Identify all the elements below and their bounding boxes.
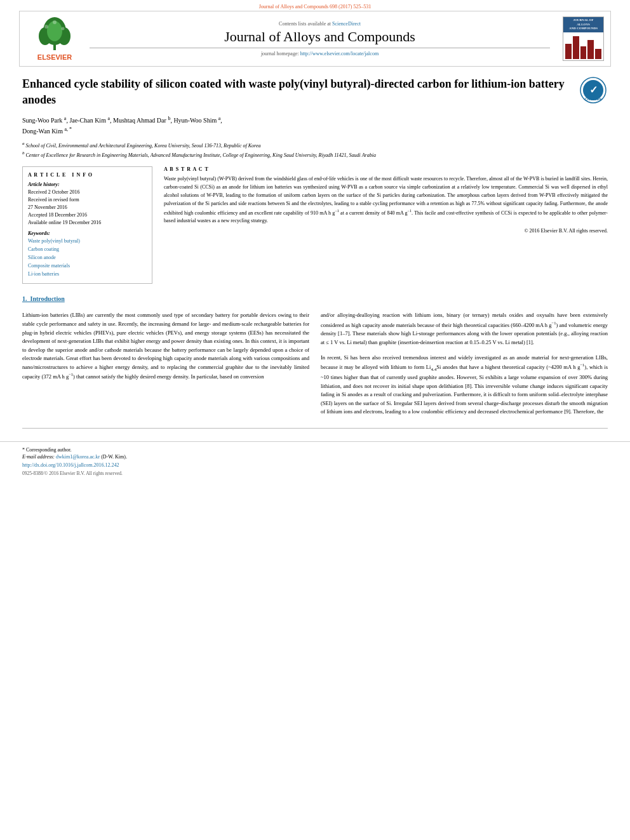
author-5: Dong-Wan Kim a, * [22,128,72,135]
received-date: Received 2 October 2016 [28,189,147,196]
footnote-star: * [22,447,25,453]
intro-right-text: and/or alloying-dealloying reaction with… [321,311,608,347]
contents-available-line: Contents lists available at ScienceDirec… [90,21,550,27]
logo-bar-3 [580,46,587,59]
article-history-label: Article history: [28,181,147,189]
intro-right-col: and/or alloying-dealloying reaction with… [321,311,608,417]
svg-text:CrossMark: CrossMark [585,97,601,101]
article-info-box: A R T I C L E I N F O Article history: R… [22,166,152,284]
page: Journal of Alloys and Compounds 698 (201… [0,0,630,840]
intro-left-text: Lithium-ion batteries (LIBs) are current… [22,311,309,382]
top-citation-bar: Journal of Alloys and Compounds 698 (201… [0,0,630,11]
logo-bar-2 [573,36,579,59]
introduction-section: 1. Introduction Lithium-ion batteries (L… [22,295,608,417]
intro-left-col: Lithium-ion batteries (LIBs) are current… [22,311,309,417]
available-date: Available online 19 December 2016 [28,219,147,227]
introduction-title: 1. Introduction [22,295,608,302]
sciencedirect-link[interactable]: ScienceDirect [332,21,361,27]
footer-bottom: http://dx.doi.org/10.1016/j.jallcom.2016… [22,462,608,468]
abstract-heading: A B S T R A C T [164,166,608,172]
accepted-date: Accepted 18 December 2016 [28,211,147,219]
doi-link[interactable]: http://dx.doi.org/10.1016/j.jallcom.2016… [22,462,119,468]
affiliation-a: a School of Civil, Environmental and Arc… [22,140,608,150]
article-title-block: Enhanced cycle stability of silicon coat… [22,76,608,108]
logo-bar-1 [565,44,572,59]
revised-date: 27 November 2016 [28,204,147,211]
affiliation-b: b Center of Excellence for Research in E… [22,150,608,159]
email-note: E-mail address: dwkim1@korea.ac.kr (D-W.… [22,454,608,460]
journal-citation: Journal of Alloys and Compounds 698 (201… [259,4,372,10]
keyword-3: Silicon anode [28,254,147,262]
svg-point-6 [62,27,65,30]
author-1: Sung-Woo Park a, [22,117,68,124]
article-info-heading: A R T I C L E I N F O [28,172,147,178]
revised-label: Received in revised form [28,196,147,204]
author-3: Mushtaq Ahmad Dar b, [113,117,172,124]
keyword-1: Waste poly(vinyl butyral) [28,237,147,246]
elsevier-tree-icon [32,17,77,52]
article-info-abstract-columns: A R T I C L E I N F O Article history: R… [22,166,608,284]
abstract-text: Waste poly(vinyl butyral) (W-PVB) derive… [164,175,608,225]
header-divider [90,48,550,48]
svg-text:✓: ✓ [589,84,598,95]
journal-logo-box: JOURNAL OF ALLOYS AND COMPOUNDS [563,17,604,61]
authors-block: Sung-Woo Park a, Jae-Chan Kim a, Mushtaq… [22,114,608,137]
corresponding-author-note: * Corresponding author. [22,447,608,453]
logo-box-title: JOURNAL OF ALLOYS AND COMPOUNDS [563,17,603,32]
issn-line: 0925-8388/© 2016 Elsevier B.V. All right… [22,470,608,476]
keyword-4: Composite materials [28,262,147,270]
abstract-column: A B S T R A C T Waste poly(vinyl butyral… [164,166,608,284]
article-info-column: A R T I C L E I N F O Article history: R… [22,166,152,284]
journal-title-header: Journal of Alloys and Compounds [90,29,550,45]
journal-logo-right: JOURNAL OF ALLOYS AND COMPOUNDS [556,17,604,61]
main-content: Enhanced cycle stability of silicon coat… [0,67,630,423]
elsevier-brand-text: ELSEVIER [37,53,72,61]
journal-header: ELSEVIER Contents lists available at Sci… [19,11,611,67]
intro-right-text-2: In recent, Si has been also received tre… [321,354,608,417]
keywords-section: Keywords: Waste poly(vinyl butyral) Carb… [28,230,147,278]
logo-bar-4 [587,40,594,59]
svg-point-5 [44,25,48,29]
elsevier-logo: ELSEVIER [26,17,83,61]
logo-bar-5 [595,49,601,59]
article-heading-a: A R T I C L E I N F O [28,172,93,178]
crossmark-icon[interactable]: ✓ CrossMark [579,76,608,105]
logo-bars-decoration [563,32,603,61]
article-history-section: Article history: Received 2 October 2016… [28,181,147,227]
author-4: Hyun-Woo Shim a, [173,117,222,124]
keyword-5: Li-ion batteries [28,270,147,279]
email-link[interactable]: dwkim1@korea.ac.kr [56,454,100,460]
email-suffix: (D-W. Kim). [101,454,127,460]
homepage-url-link[interactable]: http://www.elsevier.com/locate/jalcom [300,51,379,57]
homepage-line: journal homepage: http://www.elsevier.co… [90,51,550,57]
introduction-columns: Lithium-ion batteries (LIBs) are current… [22,311,608,417]
journal-center: Contents lists available at ScienceDirec… [83,21,556,57]
affiliations-block: a School of Civil, Environmental and Arc… [22,140,608,159]
article-title-text: Enhanced cycle stability of silicon coat… [22,77,565,106]
keywords-label: Keywords: [28,230,147,236]
svg-point-7 [53,20,57,24]
author-2: Jae-Chan Kim a, [69,117,111,124]
keyword-2: Carbon coating [28,246,147,254]
page-footer: * Corresponding author. E-mail address: … [0,441,630,481]
copyright-line: © 2016 Elsevier B.V. All rights reserved… [164,228,608,234]
